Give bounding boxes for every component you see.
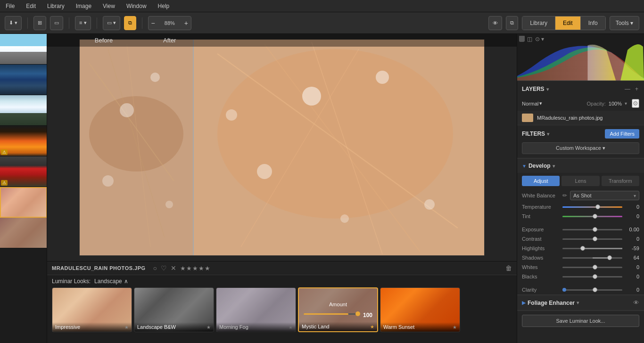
- look-star-mystic[interactable]: ★: [370, 324, 374, 329]
- contrast-slider[interactable]: [562, 238, 622, 240]
- panel-tab-group: Library Edit Info: [522, 16, 605, 30]
- custom-workspace-button[interactable]: Custom Workspace ▾: [522, 142, 639, 154]
- tint-slider[interactable]: [562, 216, 622, 217]
- look-item-impressive[interactable]: Impressive ★: [52, 287, 132, 332]
- star-5[interactable]: ★: [205, 265, 210, 272]
- wb-select-dropdown[interactable]: As Shot ▾: [570, 191, 639, 200]
- layer-row[interactable]: MRadulescu_rain photos.jpg: [517, 111, 644, 125]
- look-star-warm[interactable]: ★: [453, 325, 457, 330]
- develop-header[interactable]: ▼ Develop ▾: [517, 158, 644, 173]
- add-filters-button[interactable]: Add Filters: [605, 129, 639, 139]
- tools-button[interactable]: Tools ▾: [610, 16, 639, 30]
- filters-header: FILTERS ▾ Add Filters: [517, 125, 644, 142]
- main-layout: ⚠ ⚠ Before After: [0, 34, 644, 343]
- look-item-morning[interactable]: Morning Fog ★: [216, 287, 296, 332]
- grid-view-button[interactable]: ⊞: [33, 16, 46, 30]
- shadows-slider-thumb: [607, 255, 612, 260]
- before-after-button[interactable]: ⧉: [506, 16, 518, 30]
- sub-tab-lens[interactable]: Lens: [561, 176, 599, 186]
- temperature-slider-fill: [562, 206, 622, 208]
- menu-file[interactable]: File: [4, 2, 17, 10]
- file-info-bar: MRADULESCU_RAIN PHOTOS.JPG ○ ♡ ✕ ★ ★ ★ ★…: [47, 261, 517, 275]
- histogram-layers-icon[interactable]: ◫: [527, 36, 532, 42]
- exposure-slider[interactable]: [562, 229, 622, 230]
- filmstrip-item-6[interactable]: [0, 187, 47, 218]
- look-item-bw[interactable]: Landscape B&W ★: [134, 287, 214, 332]
- tab-edit[interactable]: Edit: [555, 16, 581, 30]
- look-item-mystic[interactable]: Amount 100 Mystic Land ★: [298, 287, 378, 332]
- clarity-slider[interactable]: [562, 289, 622, 291]
- layers-actions: — +: [624, 85, 639, 93]
- compare-button[interactable]: ⧉: [124, 16, 136, 30]
- layers-add-button[interactable]: +: [634, 85, 639, 93]
- look-star-bw[interactable]: ★: [206, 325, 211, 330]
- histogram-clock-icon[interactable]: ⊙ ▾: [535, 36, 544, 42]
- star-2[interactable]: ★: [186, 265, 192, 272]
- list-view-button[interactable]: ≡ ▾: [75, 16, 91, 30]
- highlights-fill: [580, 248, 622, 249]
- star-3[interactable]: ★: [192, 265, 198, 272]
- tab-library[interactable]: Library: [522, 16, 555, 30]
- layers-minimize-button[interactable]: —: [624, 85, 631, 93]
- highlights-slider[interactable]: [562, 248, 622, 249]
- eye-button[interactable]: 👁: [488, 16, 502, 30]
- highlights-slider-thumb: [580, 246, 585, 251]
- menu-library[interactable]: Library: [45, 2, 66, 10]
- import-button[interactable]: ⬇ ▾: [5, 16, 22, 30]
- foliage-eye-button[interactable]: 👁: [633, 299, 639, 306]
- star-1[interactable]: ★: [180, 265, 186, 272]
- menu-window[interactable]: Window: [124, 2, 149, 10]
- zoom-in-button[interactable]: +: [182, 16, 191, 30]
- blend-row: Normal ▾ Opacity: 100% ▾ ⚙: [517, 97, 644, 111]
- panel-toggle-button[interactable]: ▭ ▾: [103, 16, 120, 30]
- histogram-mini-icon: [519, 36, 525, 41]
- spacer-2: [517, 281, 644, 285]
- reject-button[interactable]: ✕: [171, 264, 176, 272]
- split-divider[interactable]: [193, 40, 194, 255]
- split-image: [79, 39, 485, 256]
- filmstrip-item-1[interactable]: [0, 34, 47, 65]
- menu-help[interactable]: Help: [156, 2, 172, 10]
- single-view-button[interactable]: ▭: [50, 16, 63, 30]
- menu-edit[interactable]: Edit: [24, 2, 38, 10]
- filmstrip-item-4[interactable]: ⚠: [0, 126, 47, 156]
- look-star-impressive[interactable]: ★: [124, 325, 129, 330]
- menu-view[interactable]: View: [101, 2, 117, 10]
- menu-image[interactable]: Image: [74, 2, 93, 10]
- look-item-warm[interactable]: Warm Sunset ★: [380, 287, 460, 332]
- layer-thumbnail: [522, 114, 533, 122]
- chevron-down-icon-filters: ▾: [547, 131, 549, 137]
- save-luminar-look-button[interactable]: Save Luminar Look...: [522, 315, 639, 327]
- looks-category-dropdown[interactable]: Landscape ∧: [94, 278, 128, 285]
- layers-title: LAYERS ▾: [522, 86, 624, 92]
- circle-button[interactable]: ○: [153, 264, 157, 272]
- develop-sub-tabs: Adjust Lens Transform: [517, 173, 644, 189]
- filmstrip-item-5[interactable]: ⚠: [0, 156, 47, 187]
- wb-eyedropper-button[interactable]: ✏: [562, 192, 567, 199]
- layers-gear-button[interactable]: ⚙: [632, 99, 639, 108]
- sub-tab-transform[interactable]: Transform: [602, 176, 639, 186]
- look-star-morning[interactable]: ★: [289, 325, 293, 330]
- zoom-out-button[interactable]: −: [149, 16, 158, 30]
- toolbar: ⬇ ▾ ⊞ ▭ ≡ ▾ ▭ ▾ ⧉ − 88% + 👁 ⧉ Library Ed…: [0, 12, 644, 34]
- heart-button[interactable]: ♡: [161, 264, 167, 272]
- star-4[interactable]: ★: [198, 265, 204, 272]
- filmstrip-item-3[interactable]: [0, 95, 47, 126]
- foliage-header[interactable]: ▶ Foliage Enhancer ▾ 👁: [517, 295, 644, 310]
- amount-slider-track[interactable]: [304, 313, 360, 315]
- temperature-slider[interactable]: [562, 206, 622, 208]
- blacks-slider[interactable]: [562, 276, 622, 278]
- chevron-down-icon-develop: ▼: [522, 163, 527, 169]
- filmstrip-item-2[interactable]: [0, 65, 47, 95]
- trash-button[interactable]: 🗑: [505, 264, 512, 272]
- shadows-slider[interactable]: [562, 257, 622, 259]
- filmstrip-item-7[interactable]: [0, 218, 47, 248]
- exposure-row: Exposure 0.00: [517, 225, 644, 234]
- layers-section: LAYERS ▾ — + Normal ▾ Opacity: 100% ▾ ⚙: [517, 81, 644, 125]
- amount-slider-thumb: [355, 311, 360, 316]
- blend-mode-dropdown[interactable]: Normal ▾: [522, 100, 542, 106]
- blacks-value: 0: [625, 274, 639, 279]
- sub-tab-adjust[interactable]: Adjust: [522, 176, 560, 186]
- whites-slider[interactable]: [562, 267, 622, 268]
- tab-info[interactable]: Info: [581, 16, 605, 30]
